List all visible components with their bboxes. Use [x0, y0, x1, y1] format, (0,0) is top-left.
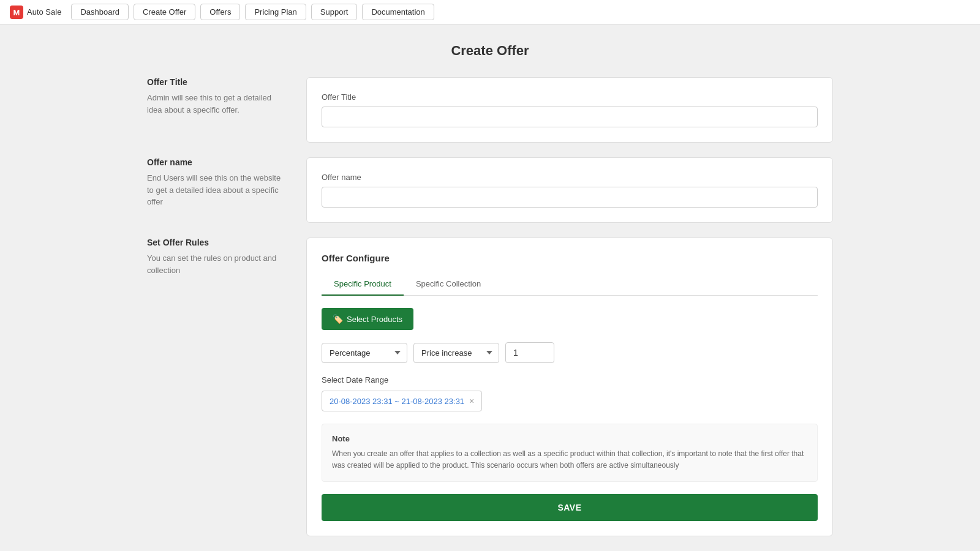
- offer-configure-title: Offer Configure: [322, 253, 818, 263]
- date-range-display[interactable]: 20-08-2023 23:31 ~ 21-08-2023 23:31 ×: [322, 391, 482, 411]
- offer-title-input[interactable]: [322, 107, 818, 127]
- price-type-select[interactable]: Percentage Fixed: [322, 343, 407, 363]
- nav-pricing-plan[interactable]: Pricing Plan: [245, 4, 306, 20]
- note-title: Note: [332, 434, 807, 443]
- page-title: Create Offer: [147, 43, 833, 59]
- nav-create-offer[interactable]: Create Offer: [134, 4, 195, 20]
- nav-documentation[interactable]: Documentation: [362, 4, 434, 20]
- tab-specific-collection[interactable]: Specific Collection: [404, 273, 493, 296]
- note-text: When you create an offer that applies to…: [332, 448, 807, 471]
- offer-rules-heading: Set Offer Rules: [147, 238, 282, 247]
- date-range-value: 20-08-2023 23:31 ~ 21-08-2023 23:31: [330, 397, 464, 406]
- price-row: Percentage Fixed Price increase Price de…: [322, 342, 818, 363]
- offer-rules-section: Set Offer Rules You can set the rules on…: [147, 238, 833, 536]
- select-products-button[interactable]: 🏷️ Select Products: [322, 308, 413, 330]
- offer-name-left: Offer name End Users will see this on th…: [147, 157, 282, 223]
- date-range-close-icon[interactable]: ×: [469, 396, 474, 406]
- top-bar: M Auto Sale Dashboard Create Offer Offer…: [0, 0, 980, 24]
- app-logo-icon: M: [10, 6, 23, 19]
- price-action-select[interactable]: Price increase Price decrease: [413, 343, 499, 363]
- svg-text:M: M: [13, 8, 20, 17]
- offer-configure-panel: Offer Configure Specific Product Specifi…: [306, 238, 833, 536]
- note-section: Note When you create an offer that appli…: [322, 424, 818, 482]
- offer-rules-description: You can set the rules on product and col…: [147, 252, 282, 276]
- price-value-input[interactable]: [505, 342, 554, 363]
- offer-name-heading: Offer name: [147, 157, 282, 167]
- tag-icon: 🏷️: [333, 314, 343, 324]
- offer-name-label: Offer name: [322, 173, 818, 182]
- offer-rules-left: Set Offer Rules You can set the rules on…: [147, 238, 282, 536]
- date-range-label: Select Date Range: [322, 375, 818, 384]
- offer-name-description: End Users will see this on the website t…: [147, 172, 282, 208]
- offer-name-right: Offer name: [306, 157, 833, 223]
- offer-title-left: Offer Title Admin will see this to get a…: [147, 77, 282, 143]
- offer-title-section: Offer Title Admin will see this to get a…: [147, 77, 833, 143]
- nav-dashboard[interactable]: Dashboard: [71, 4, 129, 20]
- page-content: Create Offer Offer Title Admin will see …: [123, 24, 858, 551]
- offer-name-input[interactable]: [322, 187, 818, 208]
- save-button[interactable]: SAVE: [322, 494, 818, 521]
- nav-offers[interactable]: Offers: [200, 4, 240, 20]
- offer-tabs: Specific Product Specific Collection: [322, 273, 818, 296]
- offer-title-description: Admin will see this to get a detailed id…: [147, 92, 282, 116]
- offer-name-section: Offer name End Users will see this on th…: [147, 157, 833, 223]
- offer-title-label: Offer Title: [322, 92, 818, 102]
- offer-title-heading: Offer Title: [147, 77, 282, 87]
- app-name: Auto Sale: [27, 7, 61, 17]
- nav-support[interactable]: Support: [311, 4, 358, 20]
- select-products-label: Select Products: [347, 315, 402, 324]
- tab-specific-product[interactable]: Specific Product: [322, 273, 404, 296]
- offer-title-right: Offer Title: [306, 77, 833, 143]
- app-logo: M Auto Sale: [10, 6, 61, 19]
